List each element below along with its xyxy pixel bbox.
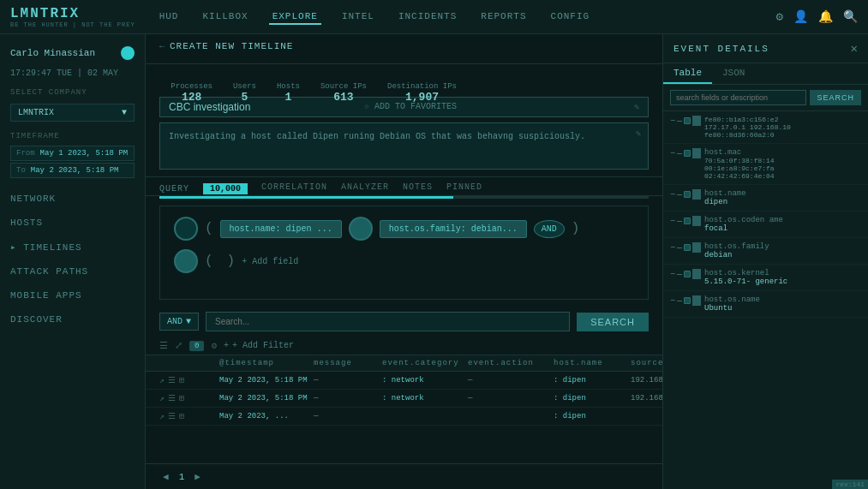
user-toggle[interactable] [121, 46, 135, 60]
qb-and-operator[interactable]: AND [534, 220, 565, 238]
search-button[interactable]: SEARCH [577, 313, 649, 331]
search-icon[interactable]: 🔍 [843, 9, 858, 24]
event-item-controls: − — [670, 216, 701, 226]
nav-incidents[interactable]: INCIDENTS [395, 9, 460, 25]
table-icon[interactable]: ☰ [159, 340, 168, 351]
nav-config[interactable]: CONFIG [548, 9, 594, 25]
event-search-input[interactable] [670, 90, 806, 105]
add-field-btn[interactable]: + Add field [242, 257, 298, 266]
collapse-icon[interactable]: − [670, 217, 675, 226]
row1-source-ip: 192.168.0.172 [631, 376, 662, 385]
expand-row-icon[interactable]: ↗ [159, 393, 165, 403]
row1-event-category: : network [382, 376, 468, 385]
query-row-2: ( ) + Add field [174, 249, 634, 273]
sidebar-item-discover[interactable]: DISCOVER [0, 307, 145, 331]
event-search-button[interactable]: SEARCH [810, 90, 861, 105]
link-row-icon[interactable]: ⊞ [179, 411, 184, 421]
field-type-icon [692, 269, 701, 279]
search-bar: AND ▼ SEARCH [146, 307, 662, 337]
field-value: focal [704, 224, 861, 233]
sidebar-item-attack-paths[interactable]: ATTACK PATHS [0, 259, 145, 283]
event-item-controls: − — [670, 295, 701, 306]
sidebar-item-mobile-apps[interactable]: MOBILE APPS [0, 283, 145, 307]
dash-icon: — [677, 243, 682, 253]
add-filter-btn[interactable]: + + Add Filter [224, 341, 294, 350]
menu-row-icon[interactable]: ☰ [168, 375, 176, 385]
field-key: host.os.name [704, 295, 861, 304]
stat-source-ips-value: 613 [333, 91, 353, 104]
tab-pinned[interactable]: PINNED [446, 182, 482, 195]
field-content: host.os.kernel 5.15.0-71- generic [704, 269, 861, 286]
expand-row-icon[interactable]: ↗ [159, 411, 165, 421]
event-tab-json[interactable]: JSON [712, 63, 755, 84]
nav-killbox[interactable]: KILLBOX [199, 9, 251, 25]
stat-source-ips-label: Source IPs [320, 82, 367, 91]
event-details-panel: EVENT DETAILS ✕ Table JSON SEARCH − — fe… [662, 34, 868, 489]
event-tab-table[interactable]: Table [663, 63, 712, 84]
sidebar-item-hosts[interactable]: HOSTS [0, 211, 145, 235]
sidebar-item-timelines[interactable]: ▸ TIMELINES [0, 235, 145, 259]
bell-icon[interactable]: 🔔 [818, 9, 833, 24]
prev-page-btn[interactable]: ◀ [159, 469, 172, 484]
nav-hud[interactable]: HUD [156, 9, 183, 25]
menu-row-icon[interactable]: ☰ [168, 411, 176, 421]
stat-users-label: Users [233, 82, 256, 91]
menu-row-icon[interactable]: ☰ [168, 393, 176, 403]
field-key: host.os.family [704, 242, 861, 251]
collapse-icon[interactable]: − [670, 116, 675, 126]
link-row-icon[interactable]: ⊞ [179, 375, 184, 385]
field-content: host.os.name Ubuntu [704, 295, 861, 313]
qb-pill-hostname[interactable]: host.name: dipen ... [220, 220, 342, 238]
add-filter-label: + Add Filter [232, 341, 294, 350]
settings-icon[interactable]: ⚙ [776, 9, 783, 24]
search-and-label: AND [167, 317, 183, 326]
qb-circle-1[interactable] [174, 217, 198, 241]
search-input[interactable] [206, 312, 570, 331]
row2-event-action: — [468, 394, 554, 403]
field-key: host.os.kernel [704, 269, 861, 277]
from-value: May 1 2023, 5:18 PM [40, 149, 129, 158]
event-item-controls: − — [670, 116, 701, 126]
expand-row-icon[interactable]: ↗ [159, 375, 165, 385]
table-row: ↗ ☰ ⊞ May 2 2023, ... — : dipen — [146, 408, 662, 426]
from-time-input[interactable]: From May 1 2023, 5:18 PM [10, 146, 135, 161]
tab-correlation[interactable]: CORRELATION [261, 182, 327, 195]
collapse-icon[interactable]: − [670, 190, 675, 200]
field-value: 5.15.0-71- generic [704, 277, 861, 286]
nav-reports[interactable]: REPORTS [477, 9, 530, 25]
row1-message: — [314, 376, 382, 385]
qb-circle-3[interactable] [174, 249, 198, 273]
settings-table-icon[interactable]: ⚙ [211, 340, 217, 351]
collapse-icon[interactable]: − [670, 296, 675, 306]
qb-circle-2[interactable] [349, 217, 373, 241]
breadcrumb: ← CREATE NEW TIMELINE [159, 41, 649, 51]
expand-icon[interactable]: ⤢ [175, 340, 183, 351]
collapse-icon[interactable]: − [670, 243, 675, 253]
nav-explore[interactable]: EXPLORE [269, 9, 321, 25]
search-and-dropdown[interactable]: AND ▼ [159, 313, 199, 331]
tab-notes[interactable]: NOTES [403, 182, 433, 195]
qb-close-paren-1: ) [572, 221, 580, 236]
user-icon[interactable]: 👤 [793, 9, 808, 24]
user-name: Carlo Minassian [10, 48, 95, 58]
edit-title-icon: ✎ [634, 102, 639, 112]
favorites-row[interactable]: ☆ ADD TO FAVORITES [364, 101, 457, 111]
link-row-icon[interactable]: ⊞ [179, 393, 184, 403]
timeline-desc-bar[interactable]: Investigating a host called Dipen runing… [159, 122, 649, 170]
th-event-action: event.action [468, 359, 554, 367]
next-page-btn[interactable]: ▶ [191, 469, 204, 484]
close-panel-btn[interactable]: ✕ [851, 41, 858, 56]
to-time-input[interactable]: To May 2 2023, 5:18 PM [10, 163, 135, 178]
row2-host-name: : dipen [554, 394, 631, 403]
breadcrumb-arrow: ← [159, 42, 165, 51]
qb-pill-os-family[interactable]: host.os.family: debian... [380, 220, 527, 238]
qb-open-paren-2: ( [205, 253, 213, 269]
tab-analyzer[interactable]: ANALYZER [341, 182, 389, 195]
field-type-icon [692, 116, 701, 126]
collapse-icon[interactable]: − [670, 270, 675, 279]
nav-intel[interactable]: INTEL [338, 9, 378, 25]
company-select[interactable]: LMNTRIX ▼ [10, 104, 135, 122]
collapse-icon[interactable]: − [670, 149, 675, 158]
field-content: host.mac 70:5a:0f:38:f8:14 00:1e:a8:9c:e… [704, 148, 861, 180]
sidebar-item-network[interactable]: NETWORK [0, 187, 145, 211]
